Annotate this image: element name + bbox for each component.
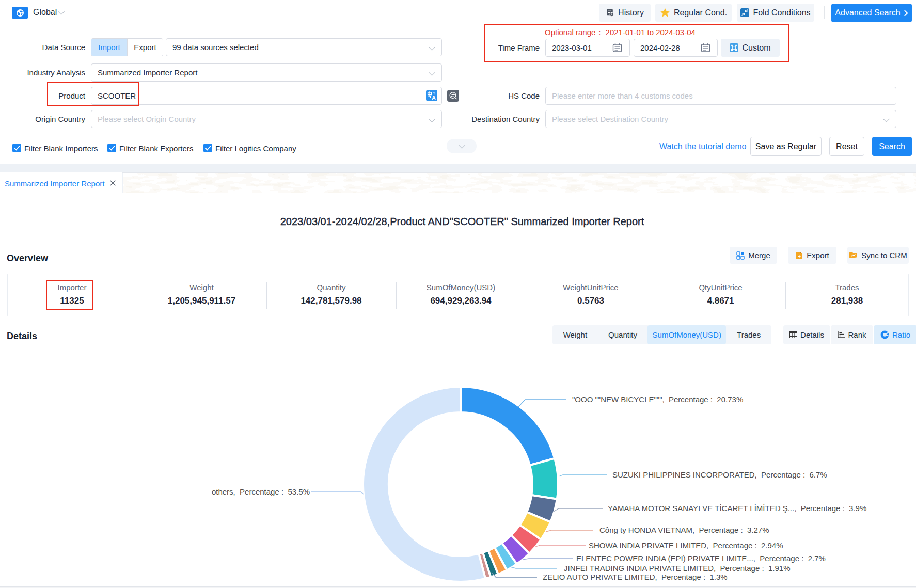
svg-text:A: A [432,94,436,101]
